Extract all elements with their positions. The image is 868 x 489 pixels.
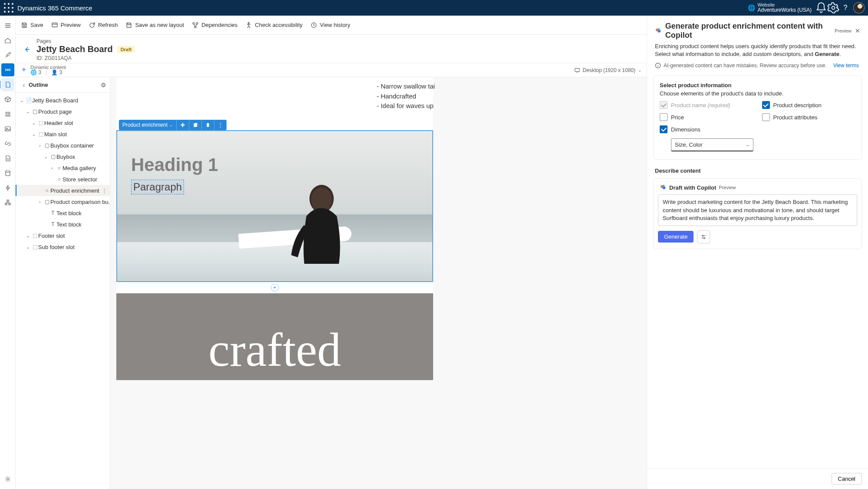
tree-node[interactable]: ⌄⬚Footer slot	[16, 230, 110, 241]
svg-point-24	[196, 23, 198, 24]
module-toolbar: Product enrichment ⌄ ⋮	[119, 120, 227, 130]
dimensions-select[interactable]: Size, Color ⌄	[671, 138, 753, 151]
user-avatar[interactable]	[853, 2, 865, 13]
svg-point-11	[6, 112, 7, 114]
history-button[interactable]: View history	[310, 22, 350, 29]
svg-rect-22	[52, 23, 57, 27]
website-name: AdventureWorks (USA)	[758, 7, 812, 13]
hamburger-icon[interactable]	[1, 19, 14, 32]
module-label[interactable]: Product enrichment ⌄	[119, 120, 176, 130]
close-icon[interactable]: ✕	[855, 27, 860, 34]
components-icon[interactable]	[1, 108, 14, 121]
svg-point-5	[12, 7, 13, 9]
more-icon[interactable]: ⋮	[102, 187, 107, 194]
move-icon[interactable]	[176, 120, 189, 130]
describe-content-label: Describe content	[647, 161, 868, 177]
ai-disclaimer: AI-generated content can have mistakes. …	[647, 62, 868, 74]
page-id: ID: ZG011AQA	[36, 55, 640, 61]
tree-node[interactable]: ⌄⬚Header slot	[16, 117, 110, 128]
gear-icon[interactable]	[1, 473, 14, 486]
option-product-attributes[interactable]: Product attributes	[762, 113, 856, 121]
database-icon[interactable]	[1, 167, 14, 180]
refresh-button[interactable]: Refresh	[89, 22, 118, 29]
svg-point-25	[194, 26, 196, 28]
option-dimensions[interactable]: Dimensions	[660, 125, 753, 133]
svg-point-4	[8, 7, 10, 9]
tune-icon[interactable]	[697, 230, 710, 243]
document-icon[interactable]	[1, 152, 14, 165]
page-header: Pages Jetty Beach Board Draft ID: ZG011A…	[16, 35, 647, 63]
command-bar: Save Preview Refresh Save as new layout …	[16, 16, 647, 35]
image-icon[interactable]	[1, 122, 14, 135]
breadcrumb[interactable]: Pages	[36, 38, 640, 44]
pages-icon[interactable]	[1, 78, 14, 91]
tree-node-root[interactable]: ⌄📄Jetty Beach Board	[16, 95, 110, 106]
checkbox-icon[interactable]	[762, 113, 770, 121]
more-icon[interactable]: ⋮	[214, 120, 227, 130]
help-icon[interactable]: ?	[839, 2, 852, 14]
tree-node[interactable]: TText block	[16, 219, 110, 230]
option-product-description[interactable]: Product description	[762, 101, 856, 109]
option-price[interactable]: Price	[660, 113, 753, 121]
collapse-outline-icon[interactable]: ‹	[19, 82, 29, 89]
notifications-icon[interactable]	[815, 2, 827, 14]
back-arrow-icon[interactable]	[23, 45, 32, 54]
product-enrichment-module[interactable]: Heading 1 Paragraph	[116, 130, 433, 282]
bolt-icon[interactable]	[1, 181, 14, 194]
preview-button[interactable]: Preview	[51, 22, 81, 29]
viewport-selector[interactable]: Desktop (1920 x 1080) ⌄	[574, 67, 641, 73]
save-layout-button[interactable]: Save as new layout	[125, 22, 184, 29]
tree-node[interactable]: ›○Media gallery	[16, 162, 110, 174]
svg-point-17	[6, 171, 10, 172]
copilot-icon	[660, 184, 667, 191]
card-subtitle: Choose elements of the product's data to…	[660, 90, 855, 97]
checkbox-icon[interactable]	[660, 113, 667, 121]
outline-pane: ‹ Outline ⚙ ⌄📄Jetty Beach Board ⌄▢Produc…	[16, 77, 110, 489]
accessibility-button[interactable]: Check accessibility	[245, 22, 302, 29]
dynamic-content-bar: Dynamic content 🌐 3 | 👤 3 Desktop (1920 …	[16, 63, 647, 77]
save-button[interactable]: Save	[21, 22, 43, 29]
tree-node[interactable]: ⌄▢Buybox	[16, 151, 110, 162]
tree-node[interactable]: ⌄⬚Sub footer slot	[16, 241, 110, 253]
copilot-icon	[655, 27, 662, 35]
checkbox-disabled-icon	[660, 101, 667, 109]
delete-icon[interactable]	[201, 120, 214, 130]
chevron-down-icon: ⌄	[638, 68, 641, 72]
website-switcher[interactable]: 🌐 Website AdventureWorks (USA)	[748, 2, 812, 13]
outline-settings-icon[interactable]: ⚙	[101, 82, 106, 89]
svg-point-31	[311, 187, 332, 212]
svg-point-10	[7, 69, 8, 70]
copy-icon[interactable]	[189, 120, 201, 130]
prompt-input[interactable]: Write product marketing content for the …	[658, 194, 857, 226]
checkbox-checked-icon[interactable]	[762, 101, 770, 109]
outline-title: Outline	[29, 82, 101, 88]
tree-node[interactable]: ⌄▢Product page	[16, 106, 110, 117]
paragraph-placeholder[interactable]: Paragraph	[131, 180, 184, 194]
svg-point-13	[6, 115, 7, 116]
tree-node[interactable]: ›▢Buybox container	[16, 140, 110, 151]
view-terms-link[interactable]: View terms	[833, 62, 859, 69]
website-label: Website	[758, 2, 812, 7]
canvas-area[interactable]: - Narrow swallow tai - Handcrafted - Ide…	[110, 77, 647, 489]
heading-placeholder[interactable]: Heading 1	[131, 154, 218, 175]
tree-node[interactable]: ⌄⬚Main slot	[16, 128, 110, 140]
tree-node[interactable]: ○Store selector	[16, 174, 110, 185]
add-module-icon[interactable]: +	[271, 284, 279, 292]
svg-point-0	[4, 3, 6, 5]
home-icon[interactable]	[1, 34, 14, 47]
generate-button[interactable]: Generate	[658, 231, 694, 243]
org-icon[interactable]	[1, 196, 14, 209]
rocket-icon[interactable]	[1, 49, 14, 62]
dependencies-button[interactable]: Dependencies	[192, 22, 237, 29]
live-icon[interactable]	[1, 63, 14, 76]
checkbox-checked-icon[interactable]	[660, 125, 667, 133]
svg-point-23	[193, 23, 194, 24]
cancel-button[interactable]: Cancel	[832, 473, 862, 485]
app-launcher-icon[interactable]	[3, 3, 14, 13]
tree-node[interactable]: ›▢Product comparison bu...	[16, 196, 110, 207]
tree-node-selected[interactable]: ○Product enrichment⋮	[16, 185, 110, 196]
link-icon[interactable]	[1, 137, 14, 150]
tree-node[interactable]: TText block	[16, 207, 110, 219]
box-icon[interactable]	[1, 93, 14, 106]
settings-icon[interactable]	[827, 2, 839, 14]
